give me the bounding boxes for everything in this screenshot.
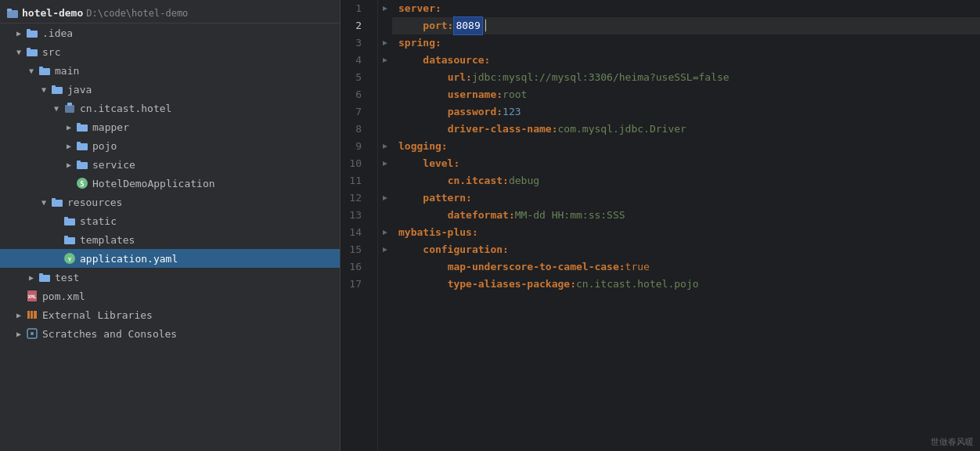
sidebar-item-HotelDemoApplication[interactable]: S HotelDemoApplication <box>0 174 340 193</box>
code-line-14: mybatis-plus: <box>392 224 980 241</box>
code-line-5: url: jdbc:mysql://mysql:3306/heima?useSS… <box>392 69 980 86</box>
gutter-item-6 <box>378 86 392 103</box>
line-number-8: 8 <box>340 121 368 138</box>
sidebar-item-static[interactable]: static <box>0 211 340 230</box>
line-number-9: 9 <box>340 138 368 155</box>
watermark: 世做春风暖 <box>931 436 974 448</box>
gutter-item-13 <box>378 207 392 224</box>
svg-rect-3 <box>27 29 31 31</box>
code-line-16: map-underscore-to-camel-case: true <box>392 258 980 276</box>
file-icon-folder <box>63 233 77 247</box>
tree-label-templates: templates <box>80 234 135 246</box>
tree-arrow: ▶ <box>63 123 75 132</box>
yaml-key: url: <box>448 69 472 86</box>
sidebar-item-external-libraries[interactable]: ▶ External Libraries <box>0 305 340 324</box>
svg-rect-0 <box>7 10 18 18</box>
sidebar-item-src[interactable]: ▼ src <box>0 42 340 61</box>
svg-rect-11 <box>67 103 72 106</box>
tree-arrow: ▶ <box>13 330 25 338</box>
project-sidebar[interactable]: hotel-demo D:\code\hotel-demo ▶ .idea▼ s… <box>0 0 340 451</box>
svg-marker-40 <box>383 144 387 149</box>
gutter-item-17 <box>378 276 392 293</box>
tree-arrow: ▶ <box>63 161 75 169</box>
sidebar-item-idea[interactable]: ▶ .idea <box>0 23 340 42</box>
sidebar-item-main[interactable]: ▼ main <box>0 61 340 80</box>
yaml-value: cn.itcast.hotel.pojo <box>576 276 699 293</box>
tree-arrow: ▼ <box>13 48 25 56</box>
yaml-value: debug <box>509 172 539 189</box>
line-numbers: 1234567891011121314151617 <box>340 0 378 451</box>
sidebar-item-scratches[interactable]: ▶ Scratches and Consoles <box>0 324 340 343</box>
gutter-item-4 <box>378 52 392 69</box>
svg-rect-13 <box>77 123 81 125</box>
yaml-key: logging: <box>398 138 448 155</box>
code-line-9: logging: <box>392 138 980 155</box>
line-number-16: 16 <box>340 258 368 276</box>
tree-label-java: java <box>67 84 92 96</box>
line-number-7: 7 <box>340 103 368 121</box>
sidebar-item-resources[interactable]: ▼ resources <box>0 193 340 211</box>
svg-rect-24 <box>64 237 75 244</box>
svg-rect-23 <box>64 217 68 219</box>
tree-label-static: static <box>80 215 117 227</box>
sidebar-item-java[interactable]: ▼ java <box>0 80 340 99</box>
gutter-item-12 <box>378 189 392 207</box>
yaml-value: true <box>625 258 650 276</box>
svg-rect-8 <box>52 87 63 94</box>
file-icon-folder <box>25 26 39 40</box>
gutter-item-7 <box>378 103 392 121</box>
svg-rect-34 <box>34 311 37 319</box>
project-name: hotel-demo <box>22 7 83 19</box>
svg-rect-5 <box>27 48 31 50</box>
svg-rect-22 <box>64 218 75 226</box>
svg-rect-21 <box>52 198 56 200</box>
file-icon-scratch <box>25 327 39 341</box>
code-line-3: spring: <box>392 34 980 52</box>
gutter-item-9 <box>378 138 392 155</box>
yaml-value: jdbc:mysql://mysql:3306/heima?useSSL=fal… <box>472 69 730 86</box>
sidebar-item-pojo[interactable]: ▶ pojo <box>0 136 340 155</box>
gutter-item-15 <box>378 241 392 258</box>
yaml-key: spring: <box>398 34 441 52</box>
tree-arrow: ▼ <box>38 85 50 94</box>
yaml-key: configuration: <box>423 241 509 258</box>
file-tree: ▶ .idea▼ src▼ main▼ java▼ cn.itcast.hote… <box>0 23 340 343</box>
gutter-item-14 <box>378 224 392 241</box>
sidebar-item-application-yaml[interactable]: Y application.yaml <box>0 249 340 268</box>
file-icon-folder <box>75 139 89 153</box>
project-path: D:\code\hotel-demo <box>86 8 188 19</box>
sidebar-item-cn-itcast-hotel[interactable]: ▼ cn.itcast.hotel <box>0 99 340 117</box>
gutter-item-2 <box>378 17 392 34</box>
yaml-key: datasource: <box>423 52 490 69</box>
sidebar-item-templates[interactable]: templates <box>0 230 340 249</box>
sidebar-item-mapper[interactable]: ▶ mapper <box>0 117 340 136</box>
sidebar-item-pom-xml[interactable]: XML pom.xml <box>0 287 340 305</box>
file-icon-java-spring: S <box>75 176 89 190</box>
code-line-4: datasource: <box>392 52 980 69</box>
svg-rect-4 <box>27 49 38 56</box>
yaml-value: 123 <box>503 103 521 121</box>
sidebar-item-test[interactable]: ▶ test <box>0 268 340 287</box>
code-area: server: port: 8089 │spring: datasource: … <box>392 0 980 451</box>
gutter-item-1 <box>378 0 392 17</box>
file-icon-xml: XML <box>25 289 39 303</box>
line-number-11: 11 <box>340 172 368 189</box>
svg-rect-9 <box>52 85 56 88</box>
yaml-key: mybatis-plus: <box>398 224 478 241</box>
line-number-17: 17 <box>340 276 368 293</box>
svg-rect-10 <box>65 105 74 113</box>
svg-rect-7 <box>39 67 43 69</box>
text-cursor: │ <box>483 17 489 34</box>
svg-marker-37 <box>383 6 387 11</box>
tree-label-pojo: pojo <box>92 140 117 152</box>
yaml-key: server: <box>398 0 441 17</box>
svg-rect-32 <box>27 311 30 319</box>
line-number-1: 1 <box>340 0 368 17</box>
yaml-key: username: <box>448 86 503 103</box>
sidebar-item-service[interactable]: ▶ service <box>0 155 340 174</box>
line-number-3: 3 <box>340 34 368 52</box>
svg-rect-17 <box>77 161 81 163</box>
code-line-17: type-aliases-package: cn.itcast.hotel.po… <box>392 276 980 293</box>
tree-arrow: ▼ <box>50 104 63 113</box>
tree-arrow: ▼ <box>38 198 50 207</box>
